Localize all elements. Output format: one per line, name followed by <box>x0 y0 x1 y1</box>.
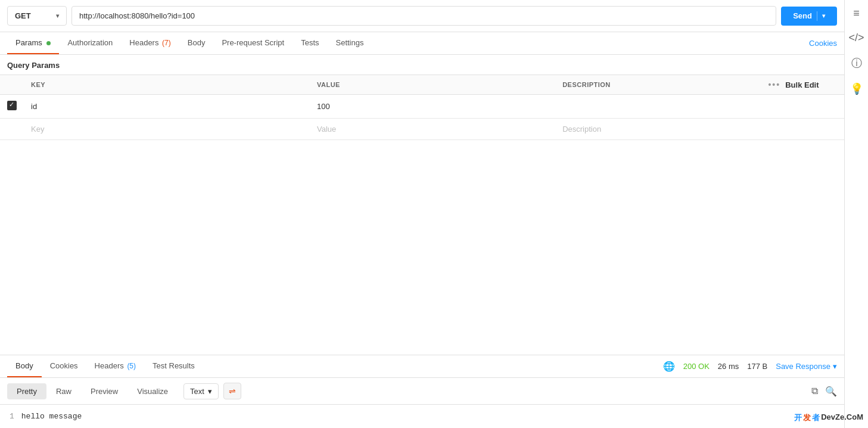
response-time: 26 ms <box>718 362 739 371</box>
info-icon[interactable]: ⓘ <box>851 56 862 70</box>
format-bar: Pretty Raw Preview Visualize Text ▾ ⇌ ⧉ … <box>0 378 844 405</box>
headers-badge: (7) <box>162 39 171 47</box>
response-size: 177 B <box>747 362 767 371</box>
row-desc-cell[interactable] <box>555 95 761 119</box>
table-row-empty: Key Value Description <box>0 119 844 140</box>
tab-body[interactable]: Body <box>179 32 214 54</box>
response-tabs-bar: Body Cookies Headers (5) Test Results 🌐 … <box>0 355 844 378</box>
word-wrap-button[interactable]: ⇌ <box>223 383 241 399</box>
params-table: KEY VALUE DESCRIPTION ••• Bulk Edit id 1… <box>0 75 844 140</box>
empty-value-cell[interactable]: Value <box>310 119 555 140</box>
row-actions-cell <box>761 95 844 119</box>
response-headers-badge: (5) <box>127 362 136 370</box>
row-checkbox-cell <box>0 95 24 119</box>
bulk-edit-button[interactable]: Bulk Edit <box>785 80 819 89</box>
tab-headers[interactable]: Headers (7) <box>121 32 179 54</box>
row-key-cell[interactable]: id <box>24 95 310 119</box>
response-status: 🌐 200 OK 26 ms 177 B Save Response ▾ <box>663 361 837 372</box>
action-icons: ⧉ 🔍 <box>811 386 837 397</box>
format-select[interactable]: Text ▾ <box>183 383 219 399</box>
send-label: Send <box>793 11 812 20</box>
format-tab-preview[interactable]: Preview <box>81 383 127 399</box>
watermark-zhe: 者 <box>812 413 820 423</box>
send-button[interactable]: Send ▾ <box>781 7 837 26</box>
tab-cookies[interactable]: Cookies <box>809 33 837 54</box>
format-chevron-icon: ▾ <box>208 387 212 396</box>
tab-authorization[interactable]: Authorization <box>59 32 121 54</box>
tab-params[interactable]: Params <box>7 32 59 54</box>
response-tabs: Body Cookies Headers (5) Test Results <box>7 355 203 377</box>
col-description: DESCRIPTION <box>555 75 761 95</box>
table-row: id 100 <box>0 95 844 119</box>
watermark: 开 发 者 DevZe.CoM <box>794 413 863 423</box>
line-numbers: 1 <box>10 412 14 421</box>
globe-icon: 🌐 <box>663 361 675 372</box>
method-label: GET <box>15 11 31 20</box>
copy-icon[interactable]: ⧉ <box>811 386 818 396</box>
watermark-com: DevZe.CoM <box>821 413 863 423</box>
response-tab-test-results[interactable]: Test Results <box>144 355 203 377</box>
response-section: Body Cookies Headers (5) Test Results 🌐 … <box>0 355 844 428</box>
response-tab-body[interactable]: Body <box>7 355 42 377</box>
request-tabs: Params Authorization Headers (7) Body Pr… <box>0 32 844 55</box>
response-tab-headers[interactable]: Headers (5) <box>86 355 144 377</box>
empty-checkbox-cell <box>0 119 24 140</box>
col-checkbox <box>0 75 24 95</box>
col-actions: ••• Bulk Edit <box>761 75 844 95</box>
tab-settings[interactable]: Settings <box>328 32 372 54</box>
empty-actions-cell <box>761 119 844 140</box>
format-tab-pretty[interactable]: Pretty <box>7 383 46 399</box>
save-response-chevron-icon: ▾ <box>833 362 837 371</box>
response-content: hello message <box>21 412 82 421</box>
empty-key-cell[interactable]: Key <box>24 119 310 140</box>
col-key: KEY <box>24 75 310 95</box>
status-badge: 200 OK <box>683 362 710 371</box>
watermark-kai: 开 <box>794 413 802 423</box>
params-dot <box>46 41 51 45</box>
code-icon[interactable]: </> <box>848 32 864 44</box>
empty-space <box>0 140 844 355</box>
right-sidebar: ≡ </> ⓘ 💡 <box>844 0 868 428</box>
response-tab-cookies[interactable]: Cookies <box>42 355 86 377</box>
method-chevron-icon: ▾ <box>56 13 59 19</box>
search-icon[interactable]: 🔍 <box>825 386 837 397</box>
section-query-params: Query Params <box>0 55 844 75</box>
tab-tests[interactable]: Tests <box>293 32 327 54</box>
url-bar: GET ▾ Send ▾ <box>0 0 844 32</box>
lightbulb-icon[interactable]: 💡 <box>850 82 863 95</box>
format-tab-visualize[interactable]: Visualize <box>127 383 178 399</box>
row-value-cell[interactable]: 100 <box>310 95 555 119</box>
send-divider <box>817 11 817 21</box>
format-tab-raw[interactable]: Raw <box>46 383 81 399</box>
send-chevron-icon: ▾ <box>822 13 825 19</box>
watermark-fa: 发 <box>803 413 811 423</box>
more-options-icon[interactable]: ••• <box>768 80 780 89</box>
url-input[interactable] <box>71 6 776 26</box>
col-value: VALUE <box>310 75 555 95</box>
empty-desc-cell[interactable]: Description <box>555 119 761 140</box>
response-body: 1 hello message <box>0 405 844 428</box>
chat-icon[interactable]: ≡ <box>853 7 860 20</box>
tab-pre-request[interactable]: Pre-request Script <box>213 32 293 54</box>
method-select[interactable]: GET ▾ <box>7 6 67 26</box>
row-checkbox[interactable] <box>7 101 17 110</box>
save-response-button[interactable]: Save Response ▾ <box>776 362 837 371</box>
